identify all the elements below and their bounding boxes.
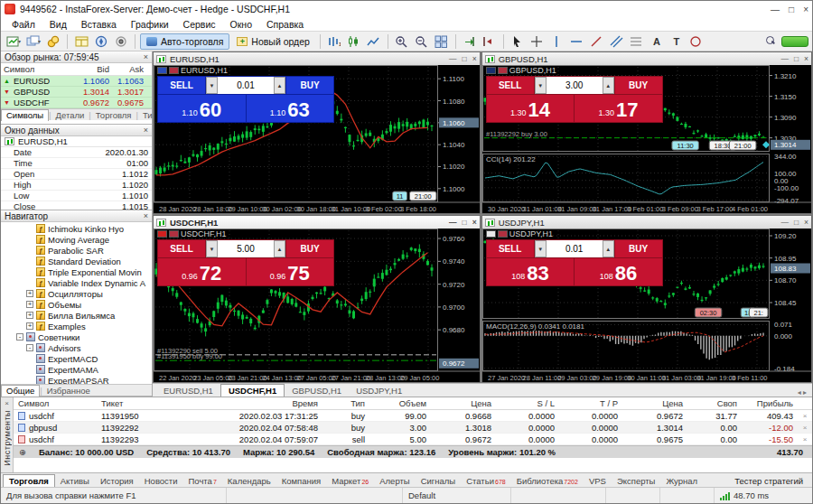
toolbox-tab-библиотека[interactable]: Библиотека7202 — [511, 475, 584, 487]
toolbox-tab-журнал[interactable]: Журнал — [660, 475, 703, 487]
buy-price[interactable]: 0.9675 — [247, 258, 334, 285]
chart-restore-button[interactable]: □ — [463, 218, 467, 227]
close-position-icon[interactable]: × — [798, 435, 812, 443]
position-row[interactable]: usdchf113922932020.02.04 07:59:07sell5.0… — [14, 434, 812, 445]
toolbox-tab-маркет[interactable]: Маркет26 — [326, 475, 374, 487]
autotrade-button[interactable]: Авто-торговля — [140, 33, 229, 50]
fibonacci-icon[interactable] — [628, 33, 646, 50]
sell-button[interactable]: SELL — [158, 240, 205, 257]
close-button[interactable]: × — [803, 5, 808, 14]
position-row[interactable]: usdchf113919502020.02.03 17:31:25buy99.0… — [14, 410, 812, 422]
strategy-tester-tab[interactable]: Тестер стратегий — [725, 475, 812, 487]
toolbox-tab-эксперты[interactable]: Эксперты — [612, 475, 661, 487]
zoom-in-icon[interactable] — [393, 33, 411, 50]
minimize-button[interactable]: — — [771, 5, 780, 14]
buy-button[interactable]: BUY — [615, 77, 662, 94]
buy-button[interactable]: BUY — [615, 240, 662, 257]
navigator-item[interactable]: ƒParabolic SAR — [1, 245, 152, 256]
new-chart-icon[interactable]: ▾ — [5, 33, 23, 50]
chart-tab-0[interactable]: EURUSD,H1 — [156, 385, 220, 397]
market-watch-tab-0[interactable]: Символы — [1, 109, 49, 121]
toolbox-close-icon[interactable]: × — [5, 399, 9, 407]
chart-canvas[interactable]: USDJPY,H1SELL▼0.01▲BUY1088310886109.2010… — [482, 229, 811, 382]
navigator-item[interactable]: -Advisors — [1, 342, 152, 353]
expand-icon[interactable]: + — [26, 301, 33, 308]
sell-price[interactable]: 1.3014 — [487, 95, 575, 122]
market-watch-row[interactable]: ▼GBPUSD1.30141.3017 — [1, 87, 152, 98]
toolbox-tab-активы[interactable]: Активы — [55, 475, 95, 487]
collapse-icon[interactable]: - — [26, 344, 33, 351]
toolbox-tab-новости[interactable]: Новости — [139, 475, 183, 487]
chart-minimize-button[interactable]: — — [780, 54, 789, 63]
expand-icon[interactable]: + — [26, 290, 33, 297]
sell-button[interactable]: SELL — [487, 77, 534, 94]
chart-restore-button[interactable]: □ — [794, 218, 799, 227]
buy-button[interactable]: BUY — [286, 77, 333, 94]
volume-increase-icon[interactable]: ▲ — [274, 77, 285, 94]
chart-close-button[interactable]: × — [472, 218, 477, 227]
trendline-icon[interactable] — [588, 33, 606, 50]
chart-restore-button[interactable]: □ — [794, 54, 799, 63]
navigator-toggle-icon[interactable] — [92, 33, 110, 50]
navigator-item[interactable]: ƒVariable Index Dynamic A — [1, 277, 152, 288]
navigator-item[interactable]: -Советники — [1, 331, 152, 342]
chart-window-titlebar[interactable]: USDJPY,H1—□× — [482, 216, 811, 229]
menu-item-4[interactable]: Сервис — [176, 18, 223, 31]
navigator-item[interactable]: ƒIchimoku Kinko Hyo — [1, 223, 152, 234]
volume-spinner[interactable]: ▼0.01▲ — [206, 77, 285, 94]
navigator-item[interactable]: +ƒБилла Вильямса — [1, 310, 152, 321]
expand-icon[interactable]: + — [26, 322, 33, 330]
status-profile[interactable]: Default — [403, 488, 511, 503]
chart-canvas[interactable]: GBPUSD,H1SELL▼3.00▲BUY1.30141.30171.3210… — [482, 65, 811, 213]
volume-decrease-icon[interactable]: ▼ — [206, 240, 218, 257]
chart-close-button[interactable]: × — [472, 54, 477, 63]
toolbox-tab-календарь[interactable]: Календарь — [222, 475, 276, 487]
volume-decrease-icon[interactable]: ▼ — [206, 77, 218, 94]
chart-window-titlebar[interactable]: EURUSD,H1—□× — [154, 52, 480, 65]
close-position-icon[interactable]: × — [798, 424, 812, 432]
sell-price[interactable]: 0.9672 — [158, 258, 246, 285]
buy-price[interactable]: 1.3017 — [575, 95, 662, 122]
chart-window-titlebar[interactable]: USDCHF,H1—□× — [154, 216, 480, 229]
expand-icon[interactable]: + — [26, 312, 33, 319]
market-watch-tab-2[interactable]: Торговля — [91, 110, 136, 120]
chart-canvas[interactable]: USDCHF,H1SELL▼5.00▲BUY0.96720.96750.9760… — [154, 229, 480, 382]
line-chart-icon[interactable] — [365, 33, 383, 50]
market-watch-row[interactable]: ▲EURUSD1.10601.1063 — [1, 76, 152, 87]
navigator-tab-1[interactable]: Избранное — [42, 386, 95, 396]
data-window-toggle-icon[interactable] — [72, 33, 90, 50]
chart-shift-icon[interactable] — [481, 33, 499, 50]
volume-decrease-icon[interactable]: ▼ — [535, 240, 547, 257]
market-watch-toggle-icon[interactable] — [44, 33, 62, 50]
chart-close-button[interactable]: × — [804, 54, 808, 63]
crosshair-icon[interactable] — [528, 33, 547, 50]
horizontal-line-icon[interactable] — [568, 33, 586, 50]
chart-tab-2[interactable]: GBPUSD,H1 — [285, 385, 349, 397]
collapse-icon[interactable]: - — [16, 333, 23, 341]
navigator-item[interactable]: +ƒОсцилляторы — [1, 288, 152, 299]
buy-price[interactable]: 1.1063 — [247, 95, 334, 122]
position-row[interactable]: gbpusd113922922020.02.04 07:58:48buy3.00… — [14, 422, 812, 434]
tile-windows-icon[interactable] — [433, 33, 451, 50]
chart-minimize-button[interactable]: — — [449, 54, 457, 63]
chart-window-titlebar[interactable]: GBPUSD,H1—□× — [482, 52, 811, 65]
search-icon[interactable] — [762, 33, 780, 50]
volume-decrease-icon[interactable]: ▼ — [535, 77, 547, 94]
volume-spinner[interactable]: ▼0.01▲ — [535, 240, 614, 257]
volume-increase-icon[interactable]: ▲ — [603, 240, 614, 257]
chart-tab-scroll-icons[interactable]: ◂ ▸ — [792, 388, 812, 397]
shapes-tool-icon[interactable] — [687, 33, 706, 50]
buy-button[interactable]: BUY — [286, 240, 333, 257]
navigator-item[interactable]: ExpertMAPSAR — [1, 375, 152, 384]
expand-summary-icon[interactable]: ⊕ — [19, 447, 26, 457]
toolbox-tab-история[interactable]: История — [95, 475, 139, 487]
text-tool-icon[interactable]: A — [648, 33, 666, 50]
menu-item-5[interactable]: Окно — [223, 18, 259, 31]
navigator-item[interactable]: ƒTriple Exponential Movin — [1, 266, 152, 277]
menu-item-3[interactable]: Графики — [124, 18, 176, 31]
toolbox-tab-сигналы[interactable]: Сигналы — [416, 475, 462, 487]
channel-icon[interactable] — [608, 33, 626, 50]
toolbox-tab-компания[interactable]: Компания — [276, 475, 326, 487]
volume-increase-icon[interactable]: ▲ — [274, 240, 285, 257]
navigator-item[interactable]: ExpertMAMA — [1, 364, 152, 375]
